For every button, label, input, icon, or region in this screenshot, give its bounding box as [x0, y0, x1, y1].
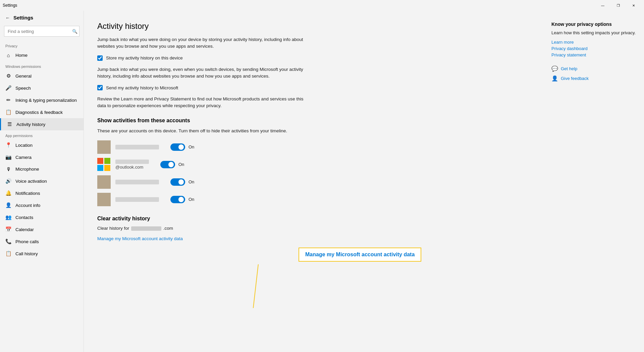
sidebar-item-microphone-label: Microphone	[15, 167, 39, 172]
calendar-icon: 📅	[5, 226, 11, 232]
learn-more-link[interactable]: Learn more	[551, 40, 636, 45]
desc1: Jump back into what you were doing on yo…	[97, 36, 305, 50]
know-title: Know your privacy options	[551, 21, 636, 27]
main-content: ← Settings 🔍 Privacy ⌂ Home Windows perm…	[0, 11, 644, 352]
show-activities-heading: Show activities from these accounts	[97, 118, 530, 124]
sidebar-item-activity[interactable]: ☰ Activity history	[0, 118, 84, 130]
search-input[interactable]	[4, 26, 79, 37]
privacy-dashboard-link[interactable]: Privacy dashboard	[551, 46, 636, 51]
restore-button[interactable]: ❐	[610, 0, 626, 11]
sidebar-item-home[interactable]: ⌂ Home	[0, 49, 84, 61]
minimize-button[interactable]: —	[595, 0, 610, 11]
sidebar-item-microphone[interactable]: 🎙 Microphone	[0, 163, 84, 175]
titlebar-left: Settings	[3, 3, 17, 8]
send-activity-checkbox[interactable]	[97, 85, 103, 90]
toggle-area-1: On	[170, 143, 194, 151]
store-activity-label[interactable]: Store my activity history on this device	[106, 55, 183, 60]
sidebar: ← Settings 🔍 Privacy ⌂ Home Windows perm…	[0, 11, 84, 352]
give-feedback-item[interactable]: 👤 Give feedback	[551, 75, 636, 82]
phonecalls-icon: 📞	[5, 238, 11, 245]
sidebar-item-general[interactable]: ⚙ General	[0, 70, 84, 82]
toggle-1[interactable]	[170, 143, 185, 151]
callout-line-svg	[252, 264, 300, 308]
sidebar-item-activity-label: Activity history	[16, 122, 45, 127]
close-button[interactable]: ✕	[626, 0, 641, 11]
sidebar-item-calendar[interactable]: 📅 Calendar	[0, 223, 84, 235]
sidebar-item-home-label: Home	[15, 53, 28, 58]
toggle-3[interactable]	[170, 178, 185, 186]
back-button[interactable]: ←	[5, 15, 10, 20]
sidebar-item-inking[interactable]: ✏ Inking & typing personalization	[0, 94, 84, 106]
toggle-label-1: On	[189, 144, 194, 149]
show-activities-section: Show activities from these accounts Thes…	[97, 118, 530, 206]
account-avatar-1	[97, 140, 111, 154]
account-avatar-4	[97, 193, 111, 206]
account-icon: 👤	[5, 202, 11, 208]
account-row-4: On	[97, 193, 530, 206]
activity-icon: ☰	[6, 121, 12, 127]
svg-line-0	[253, 264, 258, 308]
right-panel: Know your privacy options Learn how this…	[543, 11, 644, 352]
sidebar-item-callhistory[interactable]: 📋 Call history	[0, 248, 84, 260]
callout-text: Manage my Microsoft account activity dat…	[305, 252, 415, 257]
checkbox-send-row: Send my activity history to Microsoft	[97, 85, 530, 90]
page-title: Activity history	[97, 21, 530, 31]
camera-icon: 📷	[5, 154, 11, 160]
store-activity-checkbox[interactable]	[97, 55, 103, 61]
give-feedback-text: Give feedback	[561, 76, 589, 81]
search-box: 🔍	[4, 26, 79, 37]
desc2: Jump back into what you were doing, even…	[97, 66, 305, 80]
sidebar-item-speech[interactable]: 🎤 Speech	[0, 82, 84, 94]
sidebar-item-account-label: Account info	[15, 203, 40, 208]
sidebar-header[interactable]: ← Settings	[0, 11, 84, 25]
sidebar-item-location-label: Location	[15, 143, 33, 148]
settings-window: Settings — ❐ ✕ ← Settings 🔍 Privacy ⌂ Ho…	[0, 0, 644, 352]
sidebar-item-voice[interactable]: 🔊 Voice activation	[0, 175, 84, 187]
search-icon[interactable]: 🔍	[72, 29, 77, 34]
desc3: Review the Learn more and Privacy Statem…	[97, 96, 305, 109]
sidebar-item-diagnostics[interactable]: 📋 Diagnostics & feedback	[0, 106, 84, 118]
sidebar-item-inking-label: Inking & typing personalization	[15, 98, 77, 103]
callhistory-icon: 📋	[5, 251, 11, 257]
sidebar-item-location[interactable]: 📍 Location	[0, 139, 84, 151]
clear-for-text: Clear history for .com	[97, 226, 530, 231]
sidebar-item-account[interactable]: 👤 Account info	[0, 199, 84, 211]
toggle-area-4: On	[170, 196, 194, 203]
send-activity-label[interactable]: Send my activity history to Microsoft	[106, 85, 178, 90]
callout-container: Manage my Microsoft account activity dat…	[299, 248, 421, 262]
speech-icon: 🎤	[5, 85, 11, 91]
sidebar-item-callhistory-label: Call history	[15, 251, 38, 256]
manage-link[interactable]: Manage my Microsoft account activity dat…	[97, 236, 183, 241]
account-avatar-ms	[97, 158, 111, 171]
sidebar-item-contacts[interactable]: 👥 Contacts	[0, 211, 84, 223]
sidebar-item-general-label: General	[15, 74, 32, 79]
toggle-area-3: On	[170, 178, 194, 186]
ms-email: @outlook.com	[115, 165, 149, 170]
sidebar-item-voice-label: Voice activation	[15, 179, 47, 184]
toggle-label-4: On	[189, 197, 194, 202]
toggle-2[interactable]	[160, 161, 175, 168]
account-name-4	[115, 197, 159, 202]
home-icon: ⌂	[5, 52, 11, 58]
get-help-item[interactable]: 💬 Get help	[551, 65, 636, 72]
windows-permissions-label: Windows permissions	[0, 61, 84, 70]
sidebar-item-camera-label: Camera	[15, 155, 32, 160]
sidebar-item-phonecalls[interactable]: 📞 Phone calls	[0, 235, 84, 248]
location-icon: 📍	[5, 142, 11, 148]
notifications-icon: 🔔	[5, 190, 11, 196]
microphone-icon: 🎙	[5, 166, 11, 172]
callout-box: Manage my Microsoft account activity dat…	[299, 248, 421, 262]
app-title: Settings	[3, 3, 17, 8]
main-panel: Activity history Jump back into what you…	[84, 11, 543, 352]
sidebar-item-notifications[interactable]: 🔔 Notifications	[0, 187, 84, 199]
sidebar-item-phonecalls-label: Phone calls	[15, 239, 39, 244]
toggle-4[interactable]	[170, 196, 185, 203]
know-desc: Learn how this setting impacts your priv…	[551, 30, 636, 36]
toggle-area-2: On	[160, 161, 184, 168]
sidebar-item-speech-label: Speech	[15, 86, 31, 91]
sidebar-item-camera[interactable]: 📷 Camera	[0, 151, 84, 163]
privacy-statement-link[interactable]: Privacy statement	[551, 52, 636, 57]
sidebar-item-diagnostics-label: Diagnostics & feedback	[15, 110, 63, 115]
toggle-label-3: On	[189, 179, 194, 184]
contacts-icon: 👥	[5, 214, 11, 220]
